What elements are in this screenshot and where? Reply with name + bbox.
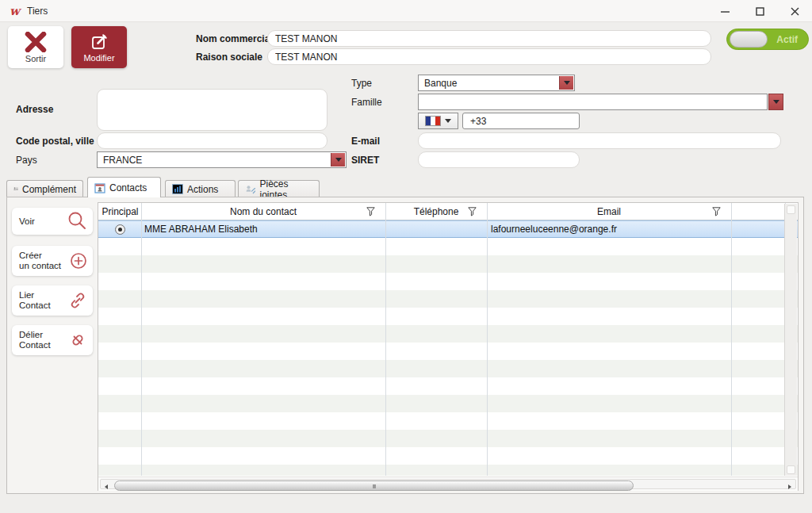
tab-pieces-jointes[interactable]: Pièces jointes — [238, 180, 320, 197]
unlink-icon — [68, 331, 87, 350]
creer-contact-label: Créerun contact — [19, 251, 61, 271]
minimize-icon — [721, 7, 730, 16]
contact-name-cell: MME ABRAHAM Elisabeth — [144, 221, 382, 237]
filter-icon[interactable] — [468, 207, 477, 216]
maximize-button[interactable] — [742, 0, 777, 22]
edit-icon — [90, 33, 109, 52]
type-label: Type — [351, 78, 372, 89]
actif-label: Actif — [776, 34, 798, 45]
complement-icon — [13, 184, 18, 194]
delier-contact-label: DélierContact — [19, 330, 51, 350]
tab-actions[interactable]: Actions — [165, 180, 236, 197]
column-header-email[interactable]: Email — [487, 203, 731, 220]
window-title: Tiers — [27, 6, 48, 17]
contact-phone-cell — [389, 221, 484, 237]
lier-contact-label: LierContact — [19, 290, 51, 311]
actions-chart-icon — [172, 184, 183, 194]
principal-radio[interactable] — [115, 224, 125, 235]
maximize-icon — [756, 7, 764, 16]
email-input[interactable] — [418, 132, 781, 149]
table-row[interactable]: MME ABRAHAM Elisabeth lafourneeluceenne@… — [98, 220, 798, 238]
type-dropdown-arrow-icon[interactable] — [559, 76, 573, 90]
hscroll-track[interactable] — [100, 479, 796, 489]
adresse-label: Adresse — [16, 104, 53, 115]
hscroll-thumb[interactable] — [114, 480, 634, 491]
nom-commercial-input[interactable] — [267, 30, 711, 47]
raison-sociale-label: Raison sociale — [196, 52, 262, 63]
tiers-window: w Tiers Sortir Modifier Nom commercial R… — [0, 0, 812, 513]
close-icon — [791, 7, 799, 16]
type-value: Banque — [424, 78, 457, 89]
paperclip-icon — [245, 184, 255, 194]
toggle-knob — [730, 31, 768, 48]
app-logo-icon: w — [10, 4, 20, 18]
scroll-left-button[interactable] — [102, 481, 111, 492]
scroll-up-button[interactable] — [787, 205, 795, 214]
adresse-textarea[interactable] — [97, 89, 327, 131]
contacts-icon — [94, 182, 105, 193]
pays-dropdown[interactable]: FRANCE — [97, 151, 347, 168]
pays-value: FRANCE — [103, 155, 142, 166]
phone-input[interactable] — [462, 113, 580, 129]
exit-cross-icon — [24, 32, 48, 52]
siret-label: SIRET — [351, 155, 379, 166]
voir-label: Voir — [19, 216, 35, 227]
pays-dropdown-arrow-icon[interactable] — [331, 153, 345, 167]
minimize-button[interactable] — [707, 0, 742, 22]
scroll-right-button[interactable] — [785, 481, 795, 492]
raison-sociale-input[interactable] — [267, 48, 711, 65]
sortir-label: Sortir — [25, 54, 46, 63]
contact-email-cell: lafourneeluceenne@orange.fr — [491, 221, 729, 237]
horizontal-scrollbar[interactable] — [98, 477, 798, 491]
lier-contact-button[interactable]: LierContact — [12, 285, 93, 316]
tab-contacts-label: Contacts — [109, 182, 147, 193]
search-icon — [67, 211, 87, 232]
voir-button[interactable]: Voir — [12, 208, 93, 235]
pays-label: Pays — [16, 155, 37, 166]
vertical-scrollbar[interactable] — [784, 204, 797, 476]
table-header-row: Principal Nom du contact Téléphone Email — [98, 203, 798, 220]
tab-contacts[interactable]: Contacts — [87, 177, 161, 197]
france-flag-icon — [425, 116, 441, 126]
type-dropdown[interactable]: Banque — [418, 75, 575, 91]
phone-country-dropdown[interactable] — [418, 113, 458, 129]
famille-dropdown-arrow-icon[interactable] — [768, 94, 783, 110]
modifier-label: Modifier — [83, 53, 114, 63]
scroll-down-button[interactable] — [787, 465, 795, 474]
famille-field[interactable] — [418, 94, 768, 110]
code-postal-input[interactable] — [97, 132, 327, 149]
actif-toggle[interactable]: Actif — [726, 29, 809, 50]
delier-contact-button[interactable]: DélierContact — [12, 325, 93, 355]
column-header-principal[interactable]: Principal — [99, 203, 141, 220]
link-icon — [68, 291, 87, 310]
nom-commercial-label: Nom commercial — [196, 33, 273, 44]
tab-complement-label: Complément — [22, 184, 76, 195]
close-button[interactable] — [777, 0, 812, 22]
contacts-panel: Voir Créerun contact LierContact — [6, 197, 804, 494]
contacts-table: Principal Nom du contact Téléphone Email — [98, 202, 799, 491]
creer-contact-button[interactable]: Créerun contact — [12, 246, 93, 276]
titlebar: w Tiers — [0, 0, 812, 22]
filter-icon[interactable] — [712, 207, 721, 216]
column-header-nom[interactable]: Nom du contact — [141, 203, 385, 220]
filter-icon[interactable] — [366, 207, 375, 216]
siret-input[interactable] — [418, 151, 580, 168]
modifier-button[interactable]: Modifier — [71, 26, 127, 68]
tab-complement[interactable]: Complément — [6, 180, 83, 197]
add-icon — [70, 252, 87, 270]
flag-dropdown-arrow-icon — [445, 119, 451, 123]
table-body: MME ABRAHAM Elisabeth lafourneeluceenne@… — [98, 220, 798, 476]
tab-actions-label: Actions — [187, 184, 218, 195]
famille-label: Famille — [351, 97, 382, 108]
code-postal-label: Code postal, ville — [16, 136, 94, 147]
sortir-button[interactable]: Sortir — [8, 26, 63, 68]
email-label: E-mail — [351, 136, 380, 147]
